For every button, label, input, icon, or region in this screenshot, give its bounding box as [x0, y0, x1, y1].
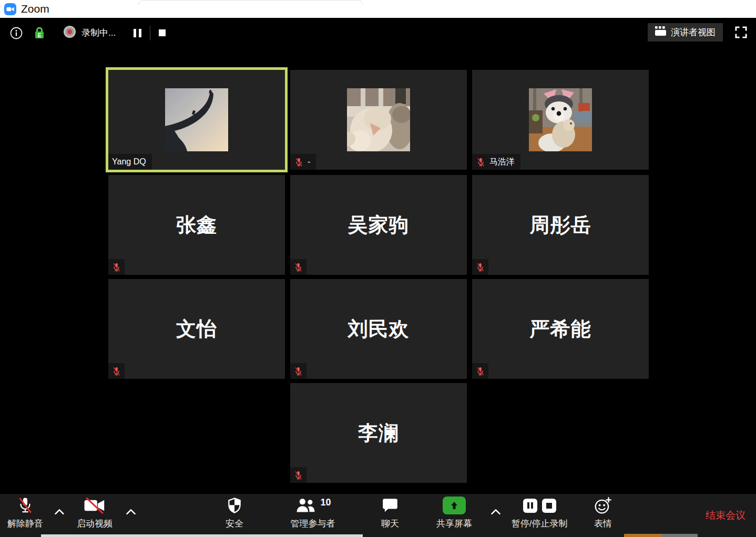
participant-tile[interactable]: 刘民欢 — [290, 279, 467, 379]
participant-label: - — [290, 154, 316, 170]
participant-name-center: 吴家驹 — [290, 175, 467, 275]
chat-icon — [381, 494, 399, 517]
participant-label — [108, 259, 125, 275]
chat-label: 聊天 — [381, 518, 399, 530]
recording-indicator-icon — [63, 25, 76, 40]
meeting-info-button[interactable] — [9, 26, 23, 40]
speaker-view-label: 演讲者视图 — [671, 26, 716, 38]
participant-label — [108, 363, 125, 379]
muted-mic-icon — [293, 470, 303, 480]
participant-name-center: 李澜 — [290, 383, 467, 483]
recording-status-label: 录制中... — [81, 27, 116, 39]
speaker-view-button[interactable]: 演讲者视图 — [648, 23, 723, 42]
participant-tile[interactable]: 严希能 — [472, 279, 649, 379]
security-button[interactable]: 安全 — [212, 494, 257, 537]
participant-name-label: - — [308, 157, 310, 167]
participant-name-center: 张鑫 — [108, 175, 285, 275]
shield-icon — [226, 494, 243, 517]
divider — [150, 26, 150, 40]
zoom-logo-icon — [4, 3, 16, 15]
pause-recording-icon[interactable] — [523, 499, 537, 513]
muted-mic-icon — [111, 366, 121, 376]
encryption-lock-button[interactable]: E — [34, 26, 45, 40]
muted-mic-icon — [475, 262, 485, 272]
participant-label — [290, 363, 307, 379]
muted-mic-icon — [294, 157, 304, 167]
taskbar-gray-strip — [662, 534, 698, 537]
reactions-button[interactable]: 表情 — [581, 494, 625, 537]
muted-mic-icon — [475, 366, 485, 376]
participant-avatar-roof — [165, 88, 228, 151]
window-title: Zoom — [21, 3, 49, 15]
participant-tile[interactable]: 李澜 — [290, 383, 467, 483]
recording-cluster: 录制中... — [63, 25, 168, 40]
svg-text:E: E — [38, 32, 42, 38]
share-options-chevron[interactable] — [488, 505, 504, 518]
unmute-label: 解除静音 — [7, 518, 43, 530]
security-label: 安全 — [226, 518, 243, 530]
participant-avatar-dog — [529, 88, 592, 151]
pause-recording-top-button[interactable] — [131, 27, 144, 39]
participant-name-center: 周彤岳 — [472, 175, 649, 275]
chat-button[interactable]: 聊天 — [368, 494, 412, 537]
muted-mic-icon — [293, 366, 303, 376]
participant-tile[interactable]: 文怡 — [108, 279, 285, 379]
participant-label: Yang DQ — [108, 154, 152, 170]
participant-avatar-cat — [347, 88, 410, 151]
reactions-label: 表情 — [594, 518, 612, 530]
muted-mic-icon — [293, 262, 303, 272]
participant-name-center: 文怡 — [108, 279, 285, 379]
participant-name-center: 刘民欢 — [290, 279, 467, 379]
toolbar: 解除静音 启动视频 安全 10 管理参与者 — [0, 494, 756, 537]
camera-off-icon — [83, 494, 106, 517]
participant-name-center: 严希能 — [472, 279, 649, 379]
stop-recording-icon[interactable] — [542, 499, 556, 513]
participant-label: 马浩洋 — [472, 154, 520, 170]
participant-label — [472, 259, 488, 275]
participant-name-label: 马浩洋 — [489, 157, 515, 168]
window-titlebar: Zoom — [0, 0, 756, 18]
record-label: 暂停/停止录制 — [512, 518, 568, 530]
stop-recording-top-button[interactable] — [157, 27, 168, 38]
share-screen-label: 共享屏幕 — [436, 518, 472, 530]
participant-tile[interactable]: Yang DQ — [108, 70, 285, 170]
speaker-view-icon — [655, 26, 667, 38]
start-video-button[interactable]: 启动视频 — [73, 494, 117, 537]
share-screen-icon — [443, 497, 466, 514]
participant-tile[interactable]: 马浩洋 — [472, 70, 649, 170]
participant-tile[interactable]: - — [290, 70, 467, 170]
top-right-controls: 演讲者视图 — [648, 23, 748, 42]
top-left-controls: E 录制中... — [9, 25, 168, 40]
audio-options-chevron[interactable] — [52, 505, 67, 518]
taskbar-accent-strip — [624, 534, 662, 537]
fullscreen-button[interactable] — [734, 26, 748, 39]
bottom-edge-strip — [41, 534, 363, 537]
participant-label — [472, 363, 488, 379]
start-video-label: 启动视频 — [77, 518, 113, 530]
participant-name-label: Yang DQ — [112, 157, 146, 167]
participant-label — [290, 467, 307, 483]
participants-count: 10 — [320, 497, 331, 508]
pause-stop-recording-button[interactable]: 暂停/停止录制 — [504, 494, 575, 537]
muted-mic-toolbar-icon — [16, 494, 35, 517]
titlebar-tab-outline — [138, 0, 363, 5]
participant-tile[interactable]: 张鑫 — [108, 175, 285, 275]
meeting-stage: E 录制中... 演讲者视图 — [0, 18, 756, 494]
participants-icon: 10 — [294, 494, 331, 517]
manage-participants-button[interactable]: 10 管理参与者 — [284, 494, 342, 537]
participant-tile[interactable]: 周彤岳 — [472, 175, 649, 275]
reactions-smiley-icon — [594, 494, 612, 517]
zoom-window: Zoom E 录制中... — [0, 0, 756, 537]
unmute-button[interactable]: 解除静音 — [3, 494, 47, 537]
muted-mic-icon — [476, 157, 486, 167]
video-options-chevron[interactable] — [123, 505, 139, 518]
participant-tile[interactable]: 吴家驹 — [290, 175, 467, 275]
participant-label — [290, 259, 307, 275]
end-meeting-button[interactable]: 结束会议 — [699, 494, 752, 537]
manage-participants-label: 管理参与者 — [291, 518, 335, 530]
muted-mic-icon — [111, 262, 121, 272]
share-screen-button[interactable]: 共享屏幕 — [432, 494, 476, 537]
